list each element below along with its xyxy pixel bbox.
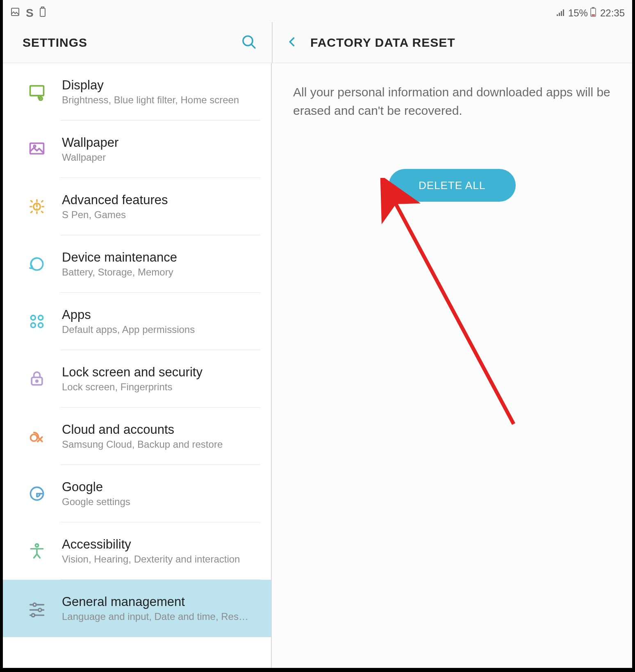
body: DisplayBrightness, Blue light filter, Ho…	[3, 63, 632, 668]
detail-content: All your personal information and downlo…	[272, 63, 632, 668]
settings-title: SETTINGS	[23, 36, 87, 50]
sidebar-item-title: Apps	[62, 308, 195, 322]
s-pen-icon: S	[26, 7, 34, 20]
svg-point-24	[33, 603, 36, 606]
sidebar-item-title: Display	[62, 78, 239, 93]
sidebar-item-google[interactable]: GoogleGoogle settings	[3, 465, 271, 522]
svg-rect-0	[11, 8, 19, 16]
battery-percent: 15%	[568, 7, 588, 19]
sidebar-item-subtitle: Wallpaper	[62, 152, 118, 163]
picture-icon	[10, 7, 20, 20]
sidebar-item-subtitle: Vision, Hearing, Dexterity and interacti…	[62, 554, 240, 565]
sidebar-item-subtitle: Google settings	[62, 496, 130, 508]
svg-line-7	[251, 44, 255, 48]
sidebar-item-subtitle: S Pen, Games	[62, 209, 168, 221]
settings-list: DisplayBrightness, Blue light filter, Ho…	[3, 63, 271, 637]
sidebar-item-title: Cloud and accounts	[62, 422, 223, 437]
sidebar-item-subtitle: Default apps, App permissions	[62, 324, 195, 335]
clock: 22:35	[600, 7, 625, 19]
sidebar-item-title: Advanced features	[62, 193, 168, 207]
advanced-icon	[22, 198, 52, 216]
svg-rect-5	[592, 14, 595, 16]
sidebar-item-apps[interactable]: AppsDefault apps, App permissions	[3, 293, 271, 350]
sidebar-item-title: Lock screen and security	[62, 365, 203, 380]
svg-point-17	[39, 323, 43, 328]
svg-point-16	[31, 323, 35, 328]
apps-icon	[22, 312, 52, 330]
detail-header: FACTORY DATA RESET	[273, 22, 632, 63]
sidebar-item-subtitle: Lock screen, Fingerprints	[62, 381, 203, 393]
battery-status-icon	[39, 7, 46, 20]
svg-point-28	[32, 614, 34, 617]
battery-low-icon	[590, 7, 596, 20]
sidebar-item-device-maintenance[interactable]: Device maintenanceBattery, Storage, Memo…	[3, 235, 271, 293]
sidebar-item-title: Wallpaper	[62, 135, 118, 150]
status-bar: S 15% 22:35	[3, 4, 632, 22]
sidebar-item-title: Google	[62, 480, 130, 494]
sliders-icon	[22, 599, 52, 617]
annotation-arrow	[370, 178, 526, 432]
sidebar-item-title: Device maintenance	[62, 250, 177, 265]
svg-point-15	[39, 315, 43, 320]
svg-point-19	[36, 380, 38, 382]
search-button[interactable]	[241, 34, 257, 52]
svg-line-29	[391, 194, 514, 424]
sidebar-item-advanced-features[interactable]: Advanced featuresS Pen, Games	[3, 178, 271, 235]
status-right: 15% 22:35	[556, 7, 625, 20]
sidebar-item-lock-screen[interactable]: Lock screen and securityLock screen, Fin…	[3, 350, 271, 408]
sidebar-item-wallpaper[interactable]: WallpaperWallpaper	[3, 121, 271, 178]
sidebar-item-subtitle: Samsung Cloud, Backup and restore	[62, 439, 223, 450]
cloud-icon	[22, 427, 52, 445]
settings-sidebar: DisplayBrightness, Blue light filter, Ho…	[3, 63, 272, 668]
settings-header: SETTINGS	[3, 22, 272, 63]
lock-icon	[22, 370, 52, 388]
sidebar-item-title: General management	[62, 595, 248, 609]
sidebar-item-subtitle: Brightness, Blue light filter, Home scre…	[62, 94, 239, 106]
display-icon	[22, 83, 52, 101]
maintenance-icon	[22, 255, 52, 273]
svg-rect-8	[30, 86, 44, 96]
sidebar-item-display[interactable]: DisplayBrightness, Blue light filter, Ho…	[3, 63, 271, 121]
signal-icon	[556, 7, 566, 20]
sidebar-item-title: Accessibility	[62, 537, 240, 552]
accessibility-icon	[22, 542, 52, 560]
headers-row: SETTINGS FACTORY DATA RESET	[3, 22, 632, 63]
svg-rect-1	[40, 8, 45, 16]
google-icon	[22, 485, 52, 503]
svg-point-14	[31, 315, 35, 320]
sidebar-item-general-management[interactable]: General managementLanguage and input, Da…	[3, 580, 271, 637]
sidebar-item-accessibility[interactable]: AccessibilityVision, Hearing, Dexterity …	[3, 522, 271, 580]
warning-text: All your personal information and downlo…	[293, 83, 611, 120]
sidebar-item-cloud-accounts[interactable]: Cloud and accountsSamsung Cloud, Backup …	[3, 408, 271, 465]
svg-point-26	[39, 608, 41, 611]
delete-all-button[interactable]: DELETE ALL	[389, 169, 516, 202]
svg-point-20	[30, 434, 37, 441]
svg-rect-2	[41, 7, 44, 8]
wallpaper-icon	[22, 140, 52, 158]
sidebar-item-subtitle: Battery, Storage, Memory	[62, 267, 177, 278]
back-button[interactable]	[287, 34, 298, 52]
sidebar-item-subtitle: Language and input, Date and time, Res…	[62, 611, 248, 622]
svg-rect-4	[592, 7, 594, 8]
status-left-icons: S	[10, 7, 46, 20]
svg-point-22	[35, 544, 38, 547]
svg-point-11	[34, 145, 36, 147]
detail-title: FACTORY DATA RESET	[310, 36, 455, 50]
